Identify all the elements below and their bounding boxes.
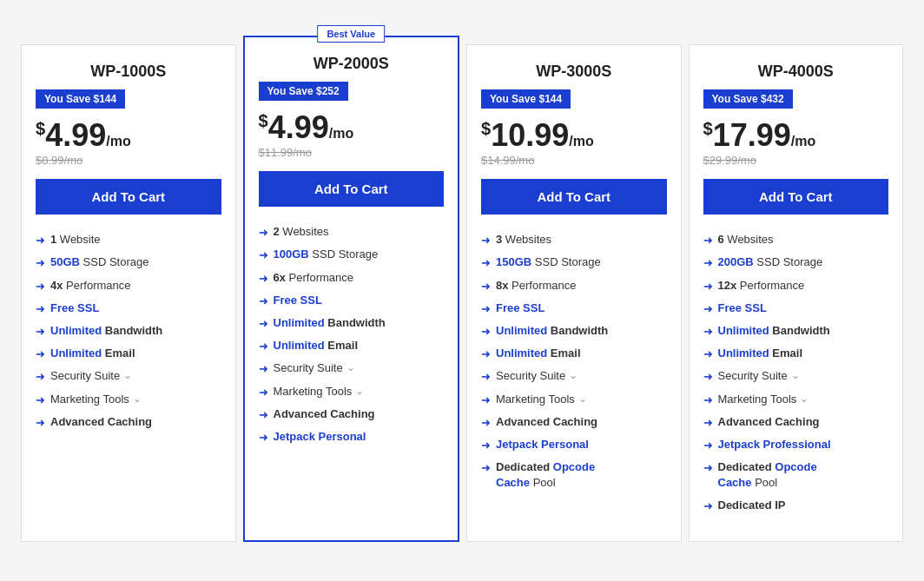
feature-text: Jetpack Personal [274,429,366,445]
per-mo: /mo [106,134,130,149]
savings-badge: You Save $144 [36,89,125,109]
feature-text: Dedicated OpcodeCache Pool [496,459,595,491]
feature-text: Unlimited Email [718,346,803,361]
arrow-icon: ➜ [259,225,268,241]
feature-text: 4x Performance [50,278,131,294]
arrow-icon: ➜ [703,301,713,317]
arrow-icon: ➜ [481,415,491,431]
feature-text: Unlimited Email [496,346,581,361]
plan-name: WP-1000S [36,63,221,81]
per-mo: /mo [569,134,593,149]
arrow-icon: ➜ [703,438,713,453]
feature-text: Unlimited Email [274,338,359,353]
arrow-icon: ➜ [703,498,713,514]
per-mo: /mo [329,126,353,141]
dollar-sign: $ [259,111,268,130]
arrow-icon: ➜ [703,369,713,385]
chevron-icon: ⌄ [791,368,800,383]
feature-text: 6x Performance [274,270,354,286]
plan-name: WP-3000S [481,63,667,81]
feature-text: Marketing Tools⌄ [274,384,365,399]
plan-card-wp-2000s: Best ValueWP-2000SYou Save $252 $4.99/mo… [243,36,460,541]
chevron-icon: ⌄ [578,392,587,406]
savings-badge: You Save $432 [703,89,793,109]
feature-text: Unlimited Bandwidth [274,315,386,331]
arrow-icon: ➜ [36,369,45,385]
chevron-icon: ⌄ [800,392,808,406]
feature-text: Jetpack Professional [718,437,831,452]
arrow-icon: ➜ [703,460,713,476]
feature-text: Security Suite⌄ [718,368,800,384]
arrow-icon: ➜ [259,271,268,287]
price-area: $17.99/mo $29.99/mo [703,117,889,167]
add-to-cart-button[interactable]: Add To Cart [36,179,221,215]
feature-text: Free SSL [496,300,544,316]
arrow-icon: ➜ [259,407,268,423]
savings-badge: You Save $144 [481,89,571,109]
arrow-icon: ➜ [36,279,45,294]
arrow-icon: ➜ [481,301,491,317]
features-list: ➜2 Websites➜100GB SSD Storage➜6x Perform… [259,224,445,446]
features-list: ➜1 Website➜50GB SSD Storage➜4x Performan… [36,232,221,431]
price-main: $17.99/mo [703,117,889,154]
feature-text: Unlimited Bandwidth [50,323,162,339]
feature-text: Jetpack Personal [496,437,589,452]
best-value-badge: Best Value [317,25,385,43]
chevron-icon: ⌄ [569,368,578,383]
feature-text: 2 Websites [274,224,329,240]
feature-text: 200GB SSD Storage [718,254,823,270]
add-to-cart-button[interactable]: Add To Cart [703,179,889,215]
pricing-container: WP-1000SYou Save $144 $4.99/mo $8.99/mo … [17,36,907,545]
feature-text: 8x Performance [496,278,577,294]
arrow-icon: ➜ [36,347,45,362]
feature-text: Advanced Caching [718,414,820,430]
dollar-sign: $ [481,119,491,138]
plan-name: WP-4000S [703,63,889,81]
feature-text: Marketing Tools⌄ [718,392,809,407]
feature-text: Dedicated OpcodeCache Pool [718,459,817,491]
feature-text: 50GB SSD Storage [50,254,148,270]
arrow-icon: ➜ [481,438,491,453]
arrow-icon: ➜ [36,324,45,340]
feature-text: Dedicated IP [718,498,786,513]
arrow-icon: ➜ [703,233,713,248]
arrow-icon: ➜ [481,347,491,362]
arrow-icon: ➜ [36,393,45,408]
feature-text: Marketing Tools⌄ [496,392,587,407]
arrow-icon: ➜ [36,301,45,317]
arrow-icon: ➜ [481,393,491,408]
add-to-cart-button[interactable]: Add To Cart [481,179,667,215]
arrow-icon: ➜ [703,324,713,340]
add-to-cart-button[interactable]: Add To Cart [259,171,445,207]
plan-card-wp-1000s: WP-1000SYou Save $144 $4.99/mo $8.99/mo … [21,44,236,541]
arrow-icon: ➜ [703,347,713,362]
arrow-icon: ➜ [259,248,268,263]
arrow-icon: ➜ [36,255,45,271]
price-main: $4.99/mo [36,117,221,154]
arrow-icon: ➜ [259,339,268,354]
feature-text: Advanced Caching [274,406,375,422]
feature-text: 12x Performance [718,278,805,294]
plan-card-wp-4000s: WP-4000SYou Save $432 $17.99/mo $29.99/m… [689,44,904,541]
feature-text: 1 Website [50,232,101,248]
arrow-icon: ➜ [703,255,713,271]
feature-text: Advanced Caching [496,414,597,430]
feature-text: Free SSL [50,300,99,316]
arrow-icon: ➜ [703,415,713,431]
feature-text: Advanced Caching [50,414,152,430]
feature-text: 100GB SSD Storage [274,247,379,262]
chevron-icon: ⌄ [133,392,142,406]
arrow-icon: ➜ [481,460,491,476]
arrow-icon: ➜ [481,279,491,294]
arrow-icon: ➜ [259,316,268,332]
arrow-icon: ➜ [481,324,491,340]
price-main: $10.99/mo [481,117,667,154]
arrow-icon: ➜ [481,255,491,271]
feature-text: Security Suite⌄ [50,368,132,384]
features-list: ➜3 Websites➜150GB SSD Storage➜8x Perform… [481,232,667,491]
arrow-icon: ➜ [259,430,268,446]
feature-text: Security Suite⌄ [496,368,578,384]
arrow-icon: ➜ [259,361,268,377]
feature-text: Security Suite⌄ [274,360,355,376]
dollar-sign: $ [703,119,713,138]
